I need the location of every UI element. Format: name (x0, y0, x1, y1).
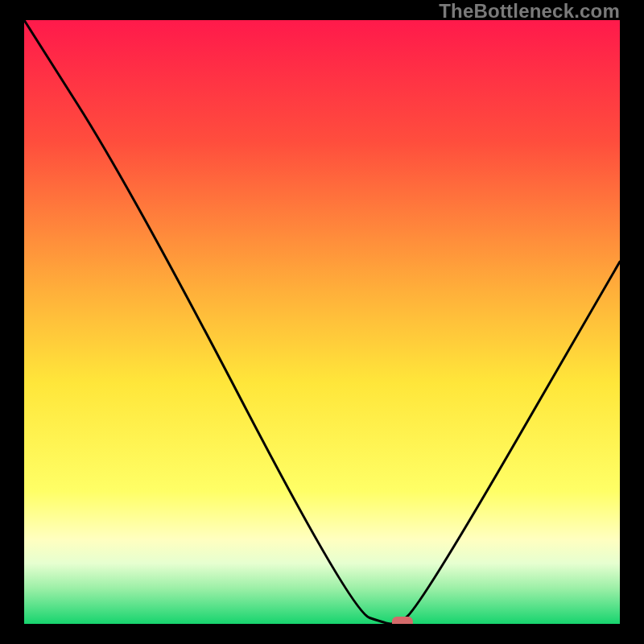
gradient-background (24, 20, 620, 624)
watermark-label: TheBottleneck.com (439, 0, 620, 23)
optimal-marker (392, 617, 413, 624)
plot-area (24, 20, 620, 624)
chart-svg (24, 20, 620, 624)
chart-frame: TheBottleneck.com (0, 0, 644, 644)
